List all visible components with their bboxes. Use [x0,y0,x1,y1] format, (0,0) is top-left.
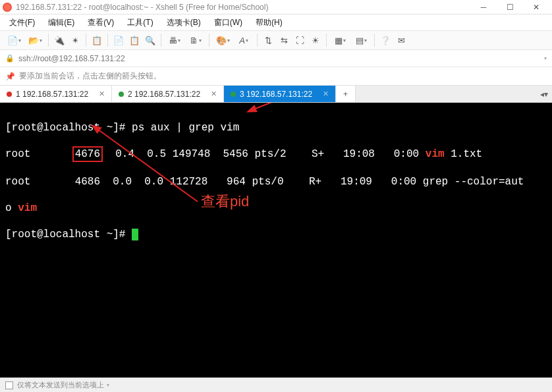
minimize-button[interactable]: ─ [470,0,497,14]
open-session-button[interactable]: 📂▾ [25,33,45,47]
lock-icon: 🔒 [5,54,14,63]
tab-label: 2 192.168.57.131:22 [128,90,200,99]
reconnect-button[interactable]: 🔌 [52,33,67,47]
tab-close-icon[interactable]: ✕ [323,90,329,98]
hint-bar: 📌 要添加当前会话，点击左侧的箭头按钮。 [0,67,552,86]
menu-help[interactable]: 帮助(H) [250,16,288,30]
terminal-line: [root@localhost ~]# ps aux | grep vim [5,121,547,134]
about-button[interactable]: ✉ [394,33,408,47]
address-bar[interactable]: 🔒 ssh://root@192.168.57.131:22 ▾ [0,50,552,67]
toolbar-separator [257,34,258,47]
status-checkbox[interactable] [5,381,13,389]
cursor [132,229,138,240]
log-button[interactable]: 🗎▾ [186,33,206,47]
tab-label: 1 192.168.57.131:22 [16,90,88,99]
terminal-line: o vim [5,202,547,215]
new-tab-button[interactable]: + [336,86,356,102]
menu-edit[interactable]: 编辑(E) [43,16,80,30]
view-button[interactable]: ▤▾ [351,33,371,47]
maximize-button[interactable]: ☐ [497,0,523,14]
terminal-line: [root@localhost ~]# [5,228,547,241]
font-button[interactable]: A▾ [234,33,254,47]
menu-window[interactable]: 窗口(W) [209,16,248,30]
svg-line-0 [97,129,198,202]
toolbar-separator [161,34,161,47]
svg-line-1 [254,103,487,109]
tunnel-button[interactable]: ⇆ [277,33,291,47]
menu-file[interactable]: 文件(F) [4,16,40,30]
color-scheme-button[interactable]: 🎨▾ [213,33,233,47]
layout-button[interactable]: ▦▾ [330,33,350,47]
address-text: ssh://root@192.168.57.131:22 [18,54,125,63]
toolbar-separator [374,34,375,47]
toolbar: 📄▾ 📂▾ 🔌 ✴ 📋 📄 📋 🔍 🖶▾ 🗎▾ 🎨▾ A▾ ⇅ ⇆ ⛶ ☀ ▦▾… [0,30,552,50]
tab-bar: 1 192.168.57.131:22 ✕ 2 192.168.57.131:2… [0,86,552,103]
status-dropdown-icon[interactable]: ▾ [107,382,109,388]
tab-spacer [356,86,536,102]
copy-button[interactable]: 📄 [111,33,126,47]
toolbar-separator [48,34,49,47]
session-tab-3[interactable]: 3 192.168.57.131:22 ✕ [224,86,336,102]
close-button[interactable]: ✕ [523,0,549,14]
paste-button[interactable]: 📋 [127,33,142,47]
disconnect-button[interactable]: ✴ [68,33,82,47]
menu-tabs[interactable]: 选项卡(B) [161,16,206,30]
toolbar-separator [209,34,209,47]
terminal-line: root 4676 0.4 0.5 149748 5456 pts/2 S+ 1… [5,148,547,162]
title-bar: 192.168.57.131:22 - root@localhost:~ - X… [0,0,552,14]
find-button[interactable]: 🔍 [143,33,157,47]
status-text: 仅将文本发送到当前选项上 [17,380,104,390]
print-button[interactable]: 🖶▾ [165,33,184,47]
window-title: 192.168.57.131:22 - root@localhost:~ - X… [16,3,470,12]
menu-view[interactable]: 查看(V) [82,16,119,30]
toolbar-separator [107,34,108,47]
pid-highlight: 4676 [72,146,103,162]
app-icon [3,3,12,12]
menu-bar: 文件(F) 编辑(E) 查看(V) 工具(T) 选项卡(B) 窗口(W) 帮助(… [0,14,552,30]
properties-button[interactable]: 📋 [90,33,104,47]
tab-close-icon[interactable]: ✕ [211,90,217,98]
hint-text: 要添加当前会话，点击左侧的箭头按钮。 [19,70,161,82]
tab-overflow-button[interactable]: ◂▾ [536,86,552,102]
fullscreen-button[interactable]: ⛶ [292,33,307,47]
hint-pin-icon[interactable]: 📌 [5,72,15,81]
session-tab-2[interactable]: 2 192.168.57.131:22 ✕ [112,86,224,102]
terminal-line: root 4686 0.0 0.0 112728 964 pts/0 R+ 19… [5,175,547,188]
status-dot-icon [7,92,12,97]
terminal[interactable]: [root@localhost ~]# ps aux | grep vim ro… [0,103,552,378]
menu-tools[interactable]: 工具(T) [122,16,158,30]
tab-close-icon[interactable]: ✕ [99,90,105,98]
status-bar: 仅将文本发送到当前选项上 ▾ [0,378,552,392]
new-session-button[interactable]: 📄▾ [4,33,24,47]
tab-label: 3 192.168.57.131:22 [240,90,312,99]
toolbar-separator [86,34,86,47]
address-dropdown-icon[interactable]: ▾ [544,55,547,61]
highlight-button[interactable]: ☀ [308,33,323,47]
transfer-button[interactable]: ⇅ [261,33,275,47]
session-tab-1[interactable]: 1 192.168.57.131:22 ✕ [0,86,112,102]
annotation-label: 查看pid [201,195,249,208]
status-dot-icon [119,92,124,97]
status-dot-icon [231,92,236,97]
help-button[interactable]: ❔ [378,33,393,47]
toolbar-separator [326,34,327,47]
